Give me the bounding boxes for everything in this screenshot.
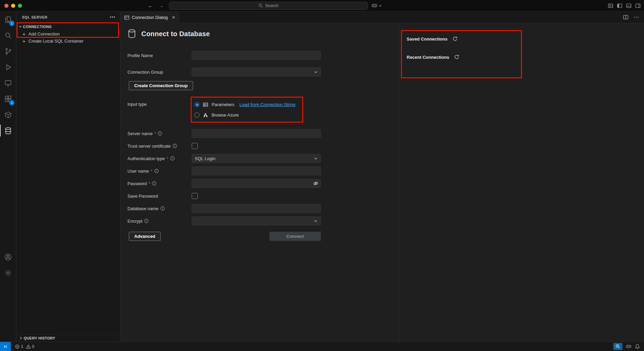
chevron-down-icon — [379, 4, 382, 7]
saved-connections-row: Saved Connections — [400, 35, 644, 42]
minimize-window-button[interactable] — [11, 4, 15, 8]
input-type-label: Input type — [127, 102, 192, 107]
extensions-badge: 1 — [9, 100, 15, 105]
activity-extensions-button[interactable]: 1 — [0, 91, 16, 107]
encrypt-dropdown[interactable] — [192, 217, 321, 225]
query-history-section-header[interactable]: QUERY HISTORY — [17, 334, 120, 342]
connection-dialog-tab-icon — [124, 15, 129, 20]
toggle-secondary-sidebar-icon[interactable] — [635, 3, 641, 8]
tab-connection-dialog[interactable]: Connection Dialog × — [121, 11, 179, 23]
close-window-button[interactable] — [4, 4, 8, 8]
connect-button[interactable]: Connect — [269, 232, 321, 241]
sql-server-database-icon — [4, 127, 12, 135]
customize-layout-icon[interactable] — [608, 3, 613, 8]
forward-icon[interactable]: → — [159, 3, 164, 9]
activity-containers-button[interactable] — [0, 107, 16, 123]
warning-count: 0 — [32, 344, 34, 349]
database-name-label: Database name — [127, 206, 192, 211]
required-marker: * — [148, 181, 150, 186]
parameters-label: Parameters — [212, 102, 234, 107]
refresh-icon[interactable] — [452, 36, 458, 42]
notifications-bell-icon[interactable] — [635, 344, 640, 349]
activity-search-button[interactable] — [0, 27, 16, 43]
authentication-type-value: SQL Login — [195, 156, 215, 161]
activity-run-debug-button[interactable] — [0, 59, 16, 75]
azure-icon — [203, 112, 208, 118]
connection-dialog-panel: Connect to Database Profile Name Connect… — [121, 23, 399, 342]
sidebar: SQL SERVER ⋯ CONNECTIONS + Add Connectio… — [17, 11, 120, 342]
required-marker: * — [154, 131, 156, 136]
copilot-icon — [371, 2, 378, 9]
browse-azure-option-row: Browse Azure — [192, 110, 295, 120]
search-icon — [258, 3, 263, 8]
remote-indicator-button[interactable] — [0, 342, 11, 351]
accounts-button[interactable] — [0, 249, 16, 265]
remote-icon — [3, 344, 8, 349]
database-name-input[interactable] — [192, 204, 321, 213]
info-icon[interactable] — [152, 181, 157, 186]
required-marker: * — [167, 156, 168, 161]
fullscreen-window-button[interactable] — [18, 4, 22, 8]
activity-remote-explorer-button[interactable] — [0, 75, 16, 91]
remote-explorer-icon — [4, 79, 12, 87]
close-tab-icon[interactable]: × — [172, 15, 175, 20]
load-from-connection-string-link[interactable]: Load from Connection String — [239, 102, 295, 107]
zoom-status-button[interactable] — [613, 343, 622, 350]
connections-section-header[interactable]: CONNECTIONS — [17, 23, 120, 30]
error-icon — [15, 344, 20, 349]
toggle-panel-icon[interactable] — [626, 3, 631, 8]
activity-source-control-button[interactable] — [0, 43, 16, 59]
dialog-title: Connect to Database — [141, 30, 210, 38]
browse-azure-radio[interactable] — [194, 112, 199, 118]
connection-group-dropdown[interactable] — [192, 68, 321, 76]
error-count: 1 — [21, 344, 23, 349]
authentication-type-label: Authentication type * — [127, 156, 192, 161]
info-icon[interactable] — [154, 169, 159, 173]
copilot-menu-button[interactable] — [371, 0, 382, 11]
back-icon[interactable]: ← — [148, 3, 153, 9]
refresh-icon[interactable] — [454, 54, 459, 60]
activity-explorer-button[interactable]: 1 — [0, 11, 16, 27]
eye-off-icon[interactable] — [313, 181, 318, 186]
save-password-checkbox[interactable] — [192, 193, 198, 199]
parameters-icon — [203, 102, 208, 107]
database-icon — [127, 29, 136, 39]
info-icon[interactable] — [158, 131, 162, 136]
package-cube-icon — [4, 111, 12, 119]
add-connection-item[interactable]: + Add Connection — [17, 30, 120, 37]
password-input[interactable] — [192, 179, 321, 188]
copilot-status-icon[interactable] — [626, 344, 631, 349]
sidebar-more-actions-button[interactable]: ⋯ — [110, 15, 116, 20]
server-name-input[interactable] — [192, 129, 321, 138]
info-icon[interactable] — [144, 219, 149, 223]
info-icon[interactable] — [170, 156, 175, 161]
create-local-sql-container-item[interactable]: + Create Local SQL Container — [17, 37, 120, 45]
save-password-label: Save Password — [127, 194, 192, 199]
user-name-input[interactable] — [192, 167, 321, 175]
chevron-down-icon — [314, 219, 318, 223]
settings-button[interactable] — [0, 265, 16, 281]
search-input[interactable]: Search — [169, 2, 368, 10]
split-editor-icon[interactable] — [623, 15, 628, 20]
connection-group-label: Connection Group — [127, 70, 192, 75]
create-connection-group-button[interactable]: Create Connection Group — [129, 81, 193, 90]
dialog-heading: Connect to Database — [127, 29, 399, 39]
editor-more-actions-button[interactable]: ⋯ — [634, 15, 639, 20]
advanced-button[interactable]: Advanced — [129, 232, 161, 241]
trust-server-certificate-checkbox[interactable] — [192, 143, 198, 149]
user-name-label: User name * — [127, 169, 192, 174]
add-icon: + — [21, 31, 27, 37]
history-navigation: ← → — [148, 0, 164, 11]
profile-name-input[interactable] — [192, 51, 321, 60]
problems-status-button[interactable]: 1 0 — [13, 344, 38, 349]
chevron-down-icon — [314, 70, 318, 74]
parameters-radio[interactable] — [194, 102, 199, 107]
required-marker: * — [151, 169, 152, 174]
authentication-type-dropdown[interactable]: SQL Login — [192, 154, 321, 163]
info-icon[interactable] — [160, 206, 165, 211]
info-icon[interactable] — [172, 144, 177, 148]
activity-sql-server-button[interactable] — [0, 123, 16, 139]
toggle-primary-sidebar-icon[interactable] — [617, 3, 622, 8]
password-label: Password * — [127, 181, 192, 186]
add-connection-label: Add Connection — [28, 31, 60, 36]
